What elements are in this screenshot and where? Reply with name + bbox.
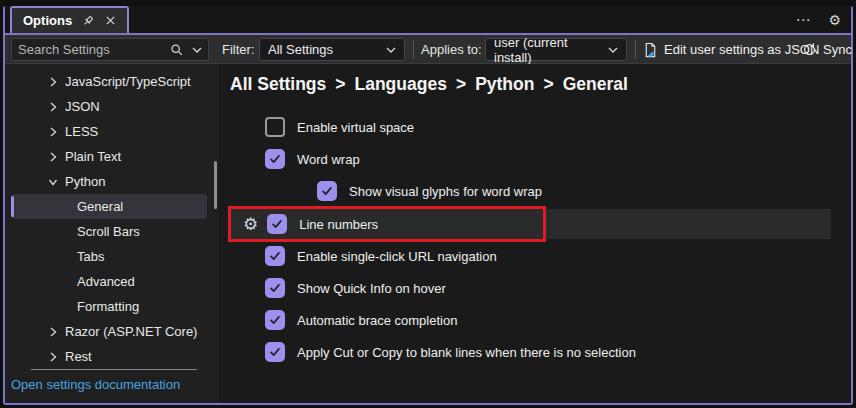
sidebar-item-json[interactable]: JSON <box>11 94 207 119</box>
setting-row-enable-single-click-url-navigation: Enable single-click URL navigation <box>219 240 851 272</box>
search-field[interactable] <box>18 42 170 57</box>
applies-to-value: user (current install) <box>494 35 608 65</box>
setting-row-show-quick-info-on-hover: Show Quick Info on hover <box>219 272 851 304</box>
sidebar-item-label: JSON <box>65 99 100 114</box>
setting-row-automatic-brace-completion: Automatic brace completion <box>219 304 851 336</box>
sidebar-item-label: General <box>77 199 123 214</box>
setting-row-show-visual-glyphs-for-word-wrap: Show visual glyphs for word wrap <box>219 175 851 207</box>
setting-label: Word wrap <box>297 152 360 167</box>
chevron-down-icon <box>608 47 618 53</box>
chevron-down-icon <box>386 47 396 53</box>
chevron-right-icon[interactable] <box>45 149 61 165</box>
checkbox-word-wrap[interactable] <box>265 149 285 169</box>
toolbar-separator <box>635 40 636 59</box>
json-file-icon <box>643 42 658 58</box>
sidebar-item-tabs[interactable]: Tabs <box>11 244 207 269</box>
chevron-right-icon[interactable] <box>45 349 61 365</box>
sync-icon <box>802 42 817 57</box>
close-icon[interactable] <box>104 14 117 27</box>
sidebar-item-formatting[interactable]: Formatting <box>11 294 207 319</box>
applies-to-dropdown[interactable]: user (current install) <box>485 38 627 61</box>
sidebar-item-label: Plain Text <box>65 149 121 164</box>
checkbox-show-visual-glyphs-for-word-wrap[interactable] <box>317 181 337 201</box>
pin-icon[interactable] <box>81 14 95 28</box>
filter-value: All Settings <box>268 42 333 57</box>
applies-to-label: Applies to: <box>421 35 482 64</box>
setting-label: Line numbers <box>299 217 378 232</box>
sidebar-item-plain-text[interactable]: Plain Text <box>11 144 207 169</box>
more-options-icon[interactable]: ⋯ <box>795 11 811 29</box>
setting-label: Enable virtual space <box>297 120 414 135</box>
setting-row-enable-virtual-space: Enable virtual space <box>219 111 851 143</box>
toolbar-separator <box>413 40 414 59</box>
setting-row-line-numbers: ⚙Line numbers <box>231 209 831 239</box>
chevron-right-icon[interactable] <box>45 324 61 340</box>
setting-row-apply-cut-or-copy-to-blank-lines-when-there-is-no-selection: Apply Cut or Copy to blank lines when th… <box>219 336 851 368</box>
sidebar-item-label: Advanced <box>77 274 135 289</box>
settings-panel: All Settings>Languages>Python>General En… <box>219 64 851 403</box>
sidebar-item-advanced[interactable]: Advanced <box>11 269 207 294</box>
sidebar-scrollbar[interactable] <box>214 161 217 209</box>
checkbox-enable-virtual-space[interactable] <box>265 117 285 137</box>
setting-label: Show visual glyphs for word wrap <box>349 184 542 199</box>
breadcrumb: All Settings>Languages>Python>General <box>230 74 628 95</box>
toolbar: Filter: All Settings Applies to: user (c… <box>5 35 851 64</box>
filter-dropdown[interactable]: All Settings <box>259 38 405 61</box>
search-icon[interactable] <box>170 43 184 57</box>
sidebar-item-label: Rest <box>65 349 92 364</box>
sidebar-item-label: Tabs <box>77 249 104 264</box>
breadcrumb-segment-general[interactable]: General <box>563 74 628 95</box>
setting-row-word-wrap: Word wrap <box>219 143 851 175</box>
chevron-right-icon[interactable] <box>45 124 61 140</box>
main-area: JavaScript/TypeScriptJSONLESSPlain TextP… <box>5 64 851 403</box>
open-settings-documentation-link[interactable]: Open settings documentation <box>11 377 180 392</box>
edit-json-button[interactable]: Edit user settings as JSON <box>643 35 819 64</box>
chevron-down-icon[interactable] <box>45 174 61 190</box>
sync-label: Sync <box>823 42 852 57</box>
titlebar: Options ⋯ ⚙ <box>5 6 851 33</box>
sidebar-item-general[interactable]: General <box>11 194 207 219</box>
edit-json-label: Edit user settings as JSON <box>664 42 819 57</box>
breadcrumb-segment-python[interactable]: Python <box>475 74 534 95</box>
sidebar: JavaScript/TypeScriptJSONLESSPlain TextP… <box>5 64 219 403</box>
breadcrumb-separator: > <box>456 74 466 95</box>
sync-button[interactable]: Sync <box>802 35 852 64</box>
sidebar-tree: JavaScript/TypeScriptJSONLESSPlain TextP… <box>5 69 219 369</box>
setting-label: Show Quick Info on hover <box>297 281 446 296</box>
checkbox-line-numbers[interactable] <box>267 214 287 234</box>
chevron-right-icon[interactable] <box>45 74 61 90</box>
chevron-right-icon[interactable] <box>45 99 61 115</box>
sidebar-item-razor-asp-net-core[interactable]: Razor (ASP.NET Core) <box>11 319 207 344</box>
gear-icon[interactable]: ⚙ <box>243 216 258 233</box>
search-input[interactable] <box>11 38 209 61</box>
sidebar-item-label: Python <box>65 174 105 189</box>
breadcrumb-separator: > <box>543 74 553 95</box>
sidebar-divider <box>31 369 197 370</box>
sidebar-item-label: LESS <box>65 124 98 139</box>
checkbox-enable-single-click-url-navigation[interactable] <box>265 246 285 266</box>
breadcrumb-separator: > <box>335 74 345 95</box>
tab-title: Options <box>23 13 72 28</box>
breadcrumb-segment-all-settings[interactable]: All Settings <box>230 74 326 95</box>
tab-options[interactable]: Options <box>10 6 129 33</box>
sidebar-item-python[interactable]: Python <box>11 169 207 194</box>
titlebar-actions: ⋯ ⚙ <box>795 6 841 33</box>
sidebar-item-scroll-bars[interactable]: Scroll Bars <box>11 219 207 244</box>
breadcrumb-segment-languages[interactable]: Languages <box>355 74 447 95</box>
sidebar-item-less[interactable]: LESS <box>11 119 207 144</box>
sidebar-item-label: Scroll Bars <box>77 224 140 239</box>
sidebar-item-label: Razor (ASP.NET Core) <box>65 324 197 339</box>
filter-label: Filter: <box>222 35 255 64</box>
sidebar-item-label: Formatting <box>77 299 139 314</box>
setting-label: Automatic brace completion <box>297 313 457 328</box>
sidebar-item-label: JavaScript/TypeScript <box>65 74 191 89</box>
checkbox-automatic-brace-completion[interactable] <box>265 310 285 330</box>
setting-label: Apply Cut or Copy to blank lines when th… <box>297 345 636 360</box>
gear-icon[interactable]: ⚙ <box>828 12 841 28</box>
chevron-down-icon[interactable] <box>192 47 202 53</box>
sidebar-item-javascript-typescript[interactable]: JavaScript/TypeScript <box>11 69 207 94</box>
checkbox-show-quick-info-on-hover[interactable] <box>265 278 285 298</box>
options-window: Options ⋯ ⚙ <box>3 6 853 405</box>
sidebar-item-rest[interactable]: Rest <box>11 344 207 369</box>
checkbox-apply-cut-or-copy-to-blank-lines-when-there-is-no-selection[interactable] <box>265 342 285 362</box>
